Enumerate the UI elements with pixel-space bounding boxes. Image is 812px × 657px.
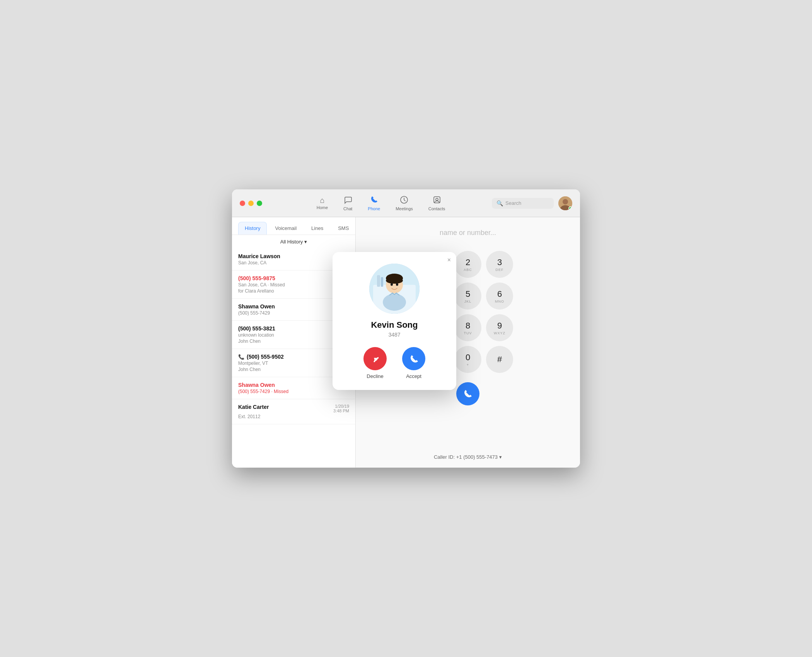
maximize-button[interactable] bbox=[257, 201, 262, 206]
svg-point-2 bbox=[436, 198, 438, 201]
accept-button[interactable] bbox=[402, 347, 425, 370]
incoming-caller-ext: 3487 bbox=[388, 332, 400, 338]
nav-bar: ⌂ Home Chat Phone bbox=[270, 196, 492, 211]
accept-action[interactable]: Accept bbox=[402, 347, 425, 379]
nav-chat-label: Chat bbox=[343, 206, 352, 211]
dial-8[interactable]: 8TUV bbox=[454, 314, 481, 341]
svg-point-14 bbox=[396, 283, 398, 286]
nav-contacts[interactable]: Contacts bbox=[428, 196, 445, 211]
dial-0[interactable]: 0+ bbox=[454, 346, 481, 373]
all-history-dropdown[interactable]: All History ▾ bbox=[280, 239, 307, 245]
traffic-lights bbox=[240, 201, 262, 206]
close-button[interactable] bbox=[240, 201, 245, 206]
caller-id-chevron: ▾ bbox=[499, 454, 502, 460]
filter-label: All History bbox=[280, 239, 303, 245]
caller-id: Caller ID: +1 (500) 555-7473 ▾ bbox=[434, 454, 502, 460]
call-time: 3:48 PM bbox=[333, 408, 349, 413]
call-actions: Decline Accept bbox=[363, 347, 425, 379]
caller-id-text: Caller ID: +1 (500) 555-7473 bbox=[434, 454, 498, 460]
missed-detail: (500) 555-7429 · Missed bbox=[238, 389, 349, 394]
online-indicator bbox=[568, 206, 572, 210]
dial-6[interactable]: 6MNO bbox=[486, 283, 513, 310]
phone-icon: 📞 bbox=[238, 354, 244, 360]
contacts-icon bbox=[433, 196, 441, 205]
search-bar[interactable]: 🔍 Search bbox=[492, 198, 554, 209]
caller-name: Katie Carter bbox=[238, 404, 269, 410]
caller-avatar bbox=[369, 264, 420, 314]
nav-phone-label: Phone bbox=[368, 206, 380, 211]
search-placeholder: Search bbox=[505, 200, 521, 206]
nav-home-label: Home bbox=[317, 205, 328, 210]
dial-5[interactable]: 5JKL bbox=[454, 283, 481, 310]
incoming-caller-name: Kevin Song bbox=[371, 320, 418, 330]
nav-meetings[interactable]: Meetings bbox=[396, 196, 413, 211]
tab-lines[interactable]: Lines bbox=[305, 222, 330, 235]
filter-row: All History ▾ bbox=[232, 235, 355, 249]
dial-2[interactable]: 2ABC bbox=[454, 251, 481, 278]
user-avatar[interactable] bbox=[558, 196, 572, 210]
dial-input[interactable] bbox=[363, 225, 572, 241]
phone-nav-icon bbox=[370, 196, 378, 205]
close-icon[interactable]: × bbox=[447, 257, 451, 264]
minimize-button[interactable] bbox=[248, 201, 254, 206]
dial-9[interactable]: 9WXYZ bbox=[486, 314, 513, 341]
home-icon: ⌂ bbox=[320, 196, 324, 204]
svg-rect-7 bbox=[377, 275, 380, 287]
nav-meetings-label: Meetings bbox=[396, 206, 413, 211]
call-date: 1/20/19 bbox=[335, 404, 349, 408]
list-item[interactable]: Katie Carter 1/20/19 3:48 PM Ext. 20112 bbox=[232, 399, 355, 424]
svg-point-4 bbox=[563, 199, 568, 204]
tab-bar: History Voicemail Lines SMS bbox=[232, 217, 355, 235]
meetings-icon bbox=[400, 196, 408, 205]
titlebar: ⌂ Home Chat Phone bbox=[232, 189, 580, 217]
svg-point-12 bbox=[386, 277, 403, 284]
tab-sms[interactable]: SMS bbox=[331, 222, 355, 235]
incoming-call-modal: × bbox=[333, 252, 456, 390]
nav-contacts-label: Contacts bbox=[428, 206, 445, 211]
decline-label: Decline bbox=[367, 373, 383, 379]
dial-hash[interactable]: # bbox=[486, 346, 513, 373]
tab-history[interactable]: History bbox=[238, 222, 267, 235]
dropdown-icon: ▾ bbox=[304, 239, 307, 245]
app-window: ⌂ Home Chat Phone bbox=[232, 189, 580, 468]
decline-button[interactable] bbox=[363, 347, 387, 370]
search-icon: 🔍 bbox=[496, 200, 503, 206]
accept-label: Accept bbox=[406, 373, 421, 379]
caller-ext: Ext. 20112 bbox=[238, 414, 349, 419]
svg-rect-8 bbox=[381, 277, 383, 287]
nav-phone[interactable]: Phone bbox=[368, 196, 380, 211]
tab-voicemail[interactable]: Voicemail bbox=[268, 222, 303, 235]
svg-point-9 bbox=[383, 294, 406, 311]
nav-chat[interactable]: Chat bbox=[343, 196, 352, 211]
missed-name: Shawna Owen bbox=[238, 382, 275, 388]
svg-point-13 bbox=[391, 283, 393, 286]
chat-icon bbox=[344, 196, 352, 205]
dial-3[interactable]: 3DEF bbox=[486, 251, 513, 278]
nav-home[interactable]: ⌂ Home bbox=[317, 196, 328, 210]
call-button[interactable] bbox=[456, 382, 479, 405]
decline-action[interactable]: Decline bbox=[363, 347, 387, 379]
